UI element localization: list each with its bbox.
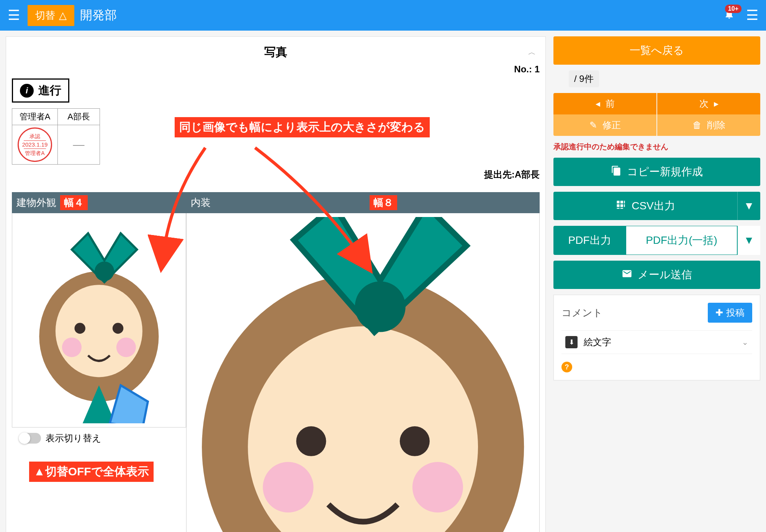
svg-point-2: [75, 323, 85, 334]
edit-warning: 承認進行中のため編集できません: [553, 142, 760, 152]
copy-new-button[interactable]: コピー新規作成: [553, 158, 760, 186]
side-panel: 一覧へ戻る / 9件 ◂ 前 次 ▸ ✎ 修正 🗑: [553, 36, 760, 532]
pdf-batch-button[interactable]: PDF出力(一括): [626, 226, 737, 255]
download-icon: ⬇: [565, 336, 578, 348]
header-right: 10+ ☰: [724, 7, 758, 23]
help-icon[interactable]: ?: [561, 362, 572, 372]
switch-label: 切替: [35, 9, 55, 22]
delete-button[interactable]: 🗑 削除: [657, 114, 760, 136]
emoji-row[interactable]: ⬇ 絵文字 ⌄: [561, 330, 752, 354]
notification-badge: 10+: [725, 5, 741, 13]
approval-empty-cell: —: [58, 125, 100, 165]
mail-icon: [622, 268, 632, 282]
copy-icon: [611, 165, 622, 179]
annotation-toggle-note: ▲切替OFFで全体表示: [29, 462, 154, 482]
main-panel: 写真 ︿ No.: 1 i 進行 管理者A A部長: [6, 36, 546, 532]
triangle-up-icon: △: [59, 10, 67, 21]
next-button[interactable]: 次 ▸: [657, 93, 760, 114]
annotation-width-note: 同じ画像でも幅により表示上の大きさが変わる: [175, 117, 430, 137]
trash-icon: 🗑: [692, 120, 702, 131]
toggle-label: 表示切り替え: [46, 432, 101, 444]
comment-title: コメント: [561, 306, 603, 320]
info-icon: i: [20, 84, 34, 98]
svg-point-12: [412, 462, 463, 512]
approval-stamp: 承認 2023.1.19 管理者A: [18, 127, 52, 162]
col1-width-tag: 幅４: [60, 195, 88, 210]
approval-col2-header: A部長: [58, 109, 100, 125]
plus-icon: ✚: [715, 307, 723, 318]
mail-send-button[interactable]: メール送信: [553, 261, 760, 289]
prev-button[interactable]: ◂ 前: [553, 93, 656, 114]
switch-button[interactable]: 切替 △: [28, 5, 74, 26]
grid-icon: [615, 199, 626, 213]
section-title: 写真: [264, 44, 287, 60]
menu-right-icon[interactable]: ☰: [746, 7, 758, 23]
post-comment-button[interactable]: ✚ 投稿: [708, 303, 752, 323]
approval-stamp-cell: 承認 2023.1.19 管理者A: [12, 125, 58, 165]
app-header: ☰ 切替 △ 開発部 10+ ☰: [0, 0, 766, 31]
approval-table: 管理者A A部長 承認 2023.1.19 管理者A —: [12, 108, 100, 165]
mascot-image-large: [190, 217, 535, 532]
image-column-8: 内装 幅８: [186, 192, 540, 532]
mascot-image-small: [16, 217, 182, 423]
approval-col1-header: 管理者A: [12, 109, 58, 125]
svg-point-9: [296, 426, 326, 456]
pdf-dropdown-button[interactable]: ▼: [737, 226, 760, 255]
notifications-button[interactable]: 10+: [724, 8, 735, 23]
chevron-up-icon[interactable]: ︿: [528, 47, 536, 57]
chevron-right-icon: ▸: [714, 98, 719, 109]
chevron-left-icon: ◂: [596, 98, 600, 109]
col2-width-tag: 幅８: [370, 195, 397, 210]
svg-point-3: [113, 323, 123, 334]
menu-icon[interactable]: ☰: [8, 7, 20, 23]
pencil-icon: ✎: [589, 120, 597, 131]
svg-point-1: [56, 285, 142, 377]
edit-button[interactable]: ✎ 修正: [553, 114, 656, 136]
svg-point-11: [263, 462, 313, 512]
emoji-label: 絵文字: [584, 336, 736, 348]
pdf-export-button[interactable]: PDF出力: [553, 226, 626, 255]
svg-point-6: [95, 261, 114, 281]
chevron-down-icon: ⌄: [742, 338, 748, 347]
svg-point-13: [355, 281, 405, 332]
status-label: 進行: [38, 83, 61, 98]
svg-point-5: [116, 338, 136, 357]
image-column-4: 建物外観 幅４: [12, 192, 186, 532]
col1-label: 建物外観: [16, 196, 56, 209]
submitted-to: 提出先:A部長: [12, 168, 540, 181]
csv-dropdown-button[interactable]: ▼: [737, 192, 760, 220]
comment-panel: コメント ✚ 投稿 ⬇ 絵文字 ⌄ ?: [553, 295, 760, 380]
svg-point-4: [62, 338, 82, 357]
record-number: No.: 1: [12, 64, 540, 75]
svg-point-10: [399, 426, 429, 456]
status-box: i 進行: [12, 78, 69, 103]
col2-label: 内装: [191, 196, 211, 209]
department-name: 開発部: [80, 7, 117, 24]
display-toggle[interactable]: [20, 433, 41, 444]
csv-export-button[interactable]: CSV出力: [553, 192, 737, 220]
back-to-list-button[interactable]: 一覧へ戻る: [553, 36, 760, 65]
pager-display: / 9件: [569, 70, 599, 87]
